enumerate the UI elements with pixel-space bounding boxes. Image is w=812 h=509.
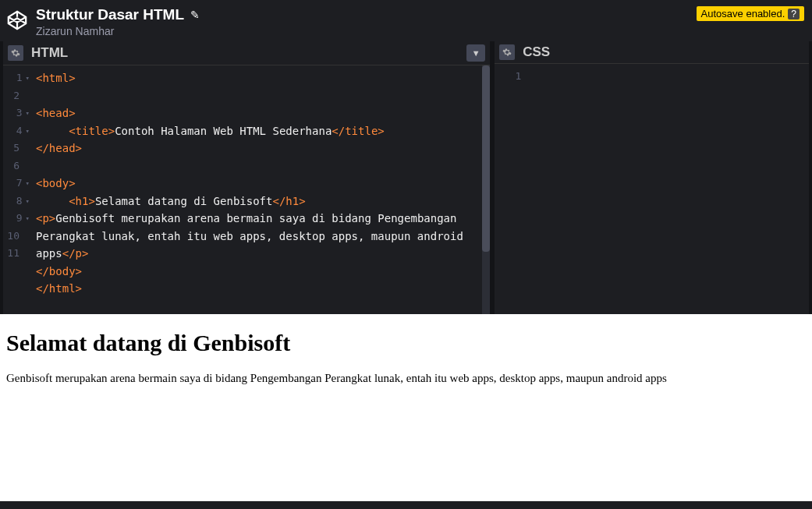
gutter-line: 7▾ [3,175,30,193]
css-code-area[interactable]: 1 [495,64,809,314]
autosave-badge[interactable]: Autosave enabled. ? [697,6,804,21]
chevron-down-icon[interactable]: ▼ [466,44,485,62]
gutter-line: 9▾ [3,210,30,228]
code-line[interactable]: <h1>Selamat datang di Genbisoft</h1> [36,193,477,210]
gutter-line: 3▾ [3,104,30,122]
preview-heading: Selamat datang di Genbisoft [6,330,806,356]
title-area: Struktur Dasar HTML ✎ Zizarun Namhar [36,6,200,37]
code-line[interactable]: <body> [36,175,477,193]
html-gutter: 1▾23▾4▾567▾8▾9▾1011 [3,65,36,314]
code-line[interactable] [36,157,477,175]
gear-icon[interactable] [499,44,515,60]
preview-paragraph: Genbisoft merupakan arena bermain saya d… [6,372,806,385]
edit-icon[interactable]: ✎ [190,9,200,21]
code-line[interactable]: <head> [36,104,477,122]
autosave-help-icon[interactable]: ? [788,9,800,19]
css-editor-header: CSS [495,41,809,64]
code-line[interactable]: <p>Genbisoft merupakan arena bermain say… [36,210,477,263]
gutter-line: 1▾ [3,69,30,87]
html-editor-header: HTML ▼ [3,41,490,65]
code-line[interactable]: </head> [36,140,477,157]
css-editor: CSS 1 [495,41,809,314]
gutter-line: 8▾ [3,193,30,210]
autosave-label: Autosave enabled. [701,8,785,19]
code-line[interactable]: <title>Contoh Halaman Web HTML Sederhana… [36,122,477,140]
gutter-line: 4▾ [3,122,30,140]
gutter-line: 10 [3,228,30,246]
editor-title-group: HTML [8,45,68,61]
gutter-line: 11 [3,245,30,263]
css-editor-title: CSS [523,44,550,60]
code-line[interactable]: </html> [36,280,477,298]
code-line[interactable]: <html> [36,69,477,87]
codepen-logo-icon[interactable] [6,9,28,31]
header-left: Struktur Dasar HTML ✎ Zizarun Namhar [6,6,200,37]
code-line[interactable]: </body> [36,263,477,281]
title-row: Struktur Dasar HTML ✎ [36,6,200,23]
pen-title[interactable]: Struktur Dasar HTML [36,6,184,23]
editor-title-group: CSS [499,44,550,60]
preview-pane: Selamat datang di Genbisoft Genbisoft me… [0,314,812,501]
scrollbar-thumb[interactable] [482,65,490,252]
gutter-line: 1 [495,68,521,86]
css-gutter: 1 [495,64,527,314]
code-line[interactable] [36,87,477,105]
gear-icon[interactable] [8,45,23,61]
gutter-line: 5 [3,140,30,157]
css-code-content[interactable] [527,64,809,314]
editors-row: HTML ▼ 1▾23▾4▾567▾8▾9▾1011 <html> <head>… [0,41,812,314]
html-code-content[interactable]: <html> <head> <title>Contoh Halaman Web … [36,65,490,314]
html-code-area[interactable]: 1▾23▾4▾567▾8▾9▾1011 <html> <head> <title… [3,65,490,314]
html-editor: HTML ▼ 1▾23▾4▾567▾8▾9▾1011 <html> <head>… [3,41,490,314]
scrollbar[interactable] [482,65,490,314]
gutter-line: 6 [3,157,30,175]
gutter-line: 2 [3,87,30,105]
html-editor-title: HTML [31,45,68,61]
author-name[interactable]: Zizarun Namhar [36,25,200,37]
app-header: Struktur Dasar HTML ✎ Zizarun Namhar Aut… [0,0,812,41]
